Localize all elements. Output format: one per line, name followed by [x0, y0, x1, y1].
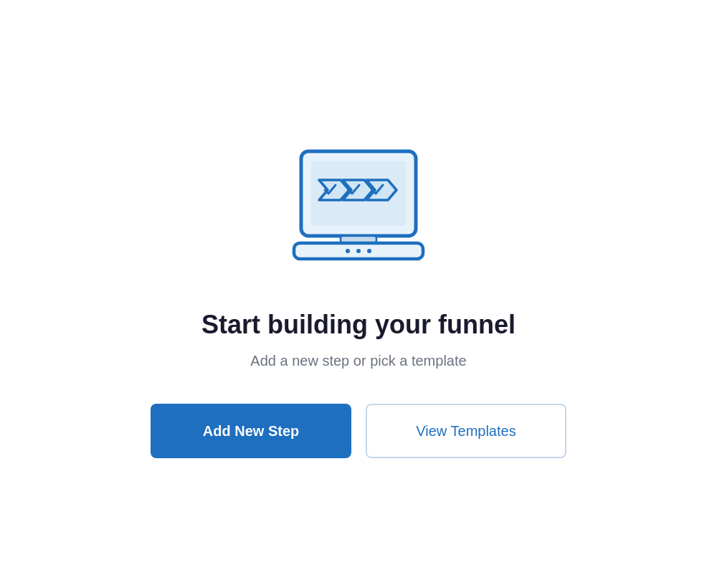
add-new-step-button[interactable]: Add New Step [151, 404, 351, 458]
page-title: Start building your funnel [201, 309, 516, 340]
svg-point-7 [346, 249, 350, 253]
action-buttons: Add New Step View Templates [151, 404, 566, 458]
svg-point-8 [356, 249, 361, 253]
main-container: Start building your funnel Add a new ste… [151, 130, 566, 458]
page-subtitle: Add a new step or pick a template [250, 353, 466, 369]
funnel-illustration [280, 130, 437, 288]
svg-point-9 [367, 249, 371, 253]
view-templates-button[interactable]: View Templates [366, 404, 566, 458]
